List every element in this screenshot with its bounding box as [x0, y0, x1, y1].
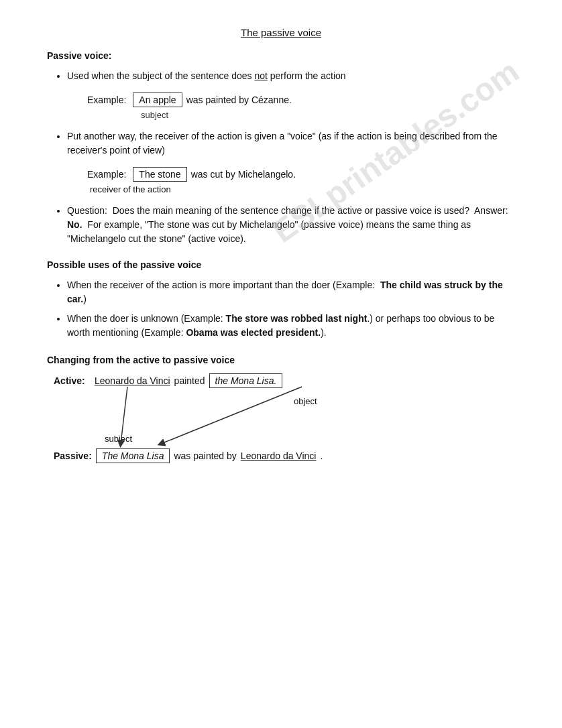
- example-1-sublabel: subject: [141, 110, 515, 120]
- passive-end: .: [320, 450, 323, 461]
- example-1-block: Example: An apple was painted by Cézanne…: [87, 93, 515, 120]
- example-2-boxed: The stone: [133, 167, 186, 182]
- passive-row: Passive: The Mona Lisa was painted by Le…: [54, 448, 323, 463]
- changing-section: Changing from the active to passive voic…: [47, 355, 515, 467]
- possible-uses-heading: Possible uses of the passive voice: [47, 259, 515, 270]
- example-2-block: Example: The stone was cut by Michelange…: [87, 167, 515, 194]
- passive-label: Passive:: [54, 450, 92, 461]
- bullet-item-1: Used when the subject of the sentence do…: [67, 69, 515, 83]
- bullet-item-question: Question: Does the main meaning of the s…: [67, 204, 515, 246]
- bullet-item-2: Put another way, the receiver of the act…: [67, 129, 515, 158]
- changing-heading: Changing from the active to passive voic…: [47, 355, 515, 365]
- svg-line-1: [161, 387, 302, 444]
- passive-agent: Leonardo da Vinci: [241, 450, 317, 461]
- passive-voice-heading: Passive voice:: [47, 50, 515, 61]
- example-2-sublabel: receiver of the action: [90, 184, 515, 194]
- svg-line-0: [121, 387, 127, 444]
- example-1-rest: was painted by Cézanne.: [186, 95, 292, 105]
- example-2-label: Example:: [87, 169, 126, 180]
- possible-use-2: When the doer is unknown (Example: The s…: [67, 312, 515, 340]
- passive-rest: was painted by: [174, 450, 236, 461]
- example-1-label: Example:: [87, 95, 126, 105]
- example-1-boxed: An apple: [133, 93, 182, 107]
- page-title: The passive voice: [47, 27, 515, 38]
- passive-subject-boxed: The Mona Lisa: [96, 448, 170, 463]
- possible-use-1: When the receiver of the action is more …: [67, 278, 515, 306]
- example-2-rest: was cut by Michelangelo.: [191, 169, 296, 180]
